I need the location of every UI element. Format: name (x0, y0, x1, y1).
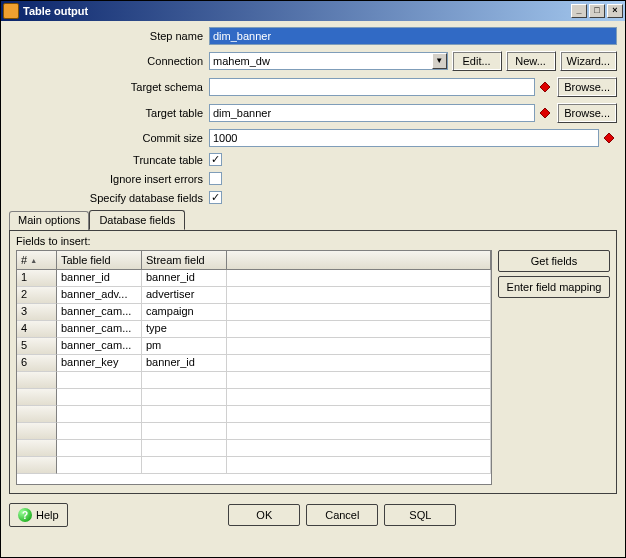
cell-stream-field (142, 389, 227, 406)
target-schema-input[interactable] (209, 78, 535, 96)
specify-db-fields-label: Specify database fields (9, 192, 209, 204)
cell-stream-field (142, 423, 227, 440)
column-header-num[interactable]: #▲ (17, 251, 57, 269)
connection-select[interactable]: mahem_dw ▼ (209, 52, 448, 70)
cell-spacer (227, 389, 491, 406)
connection-label: Connection (9, 55, 209, 67)
connection-new-button[interactable]: New... (506, 51, 556, 71)
fields-to-insert-label: Fields to insert: (16, 235, 610, 247)
cell-spacer (227, 304, 491, 321)
commit-size-label: Commit size (9, 132, 209, 144)
cell-stream-field (142, 457, 227, 474)
maximize-button[interactable]: □ (589, 4, 605, 18)
titlebar: Table output _ □ × (1, 1, 625, 21)
target-schema-browse-button[interactable]: Browse... (557, 77, 617, 97)
get-fields-button[interactable]: Get fields (498, 250, 610, 272)
connection-wizard-button[interactable]: Wizard... (560, 51, 617, 71)
table-row[interactable]: 4banner_cam...type (17, 321, 491, 338)
cell-stream-field (142, 372, 227, 389)
cell-num (17, 406, 57, 423)
cell-num (17, 440, 57, 457)
cell-spacer (227, 270, 491, 287)
svg-marker-1 (540, 108, 550, 118)
table-row[interactable]: 1banner_idbanner_id (17, 270, 491, 287)
cell-spacer (227, 423, 491, 440)
cell-spacer (227, 457, 491, 474)
specify-db-fields-checkbox[interactable]: ✓ (209, 191, 222, 204)
table-row[interactable] (17, 389, 491, 406)
cell-spacer (227, 372, 491, 389)
connection-edit-button[interactable]: Edit... (452, 51, 502, 71)
table-row[interactable]: 2banner_adv...advertiser (17, 287, 491, 304)
cell-table-field: banner_cam... (57, 321, 142, 338)
step-name-input[interactable] (209, 27, 617, 45)
cell-table-field: banner_key (57, 355, 142, 372)
cell-num: 6 (17, 355, 57, 372)
cell-stream-field: banner_id (142, 270, 227, 287)
tab-main-options[interactable]: Main options (9, 211, 89, 231)
target-schema-label: Target schema (9, 81, 209, 93)
cell-num: 1 (17, 270, 57, 287)
minimize-button[interactable]: _ (571, 4, 587, 18)
cancel-button[interactable]: Cancel (306, 504, 378, 526)
cell-table-field: banner_id (57, 270, 142, 287)
table-row[interactable] (17, 372, 491, 389)
target-table-input[interactable] (209, 104, 535, 122)
cell-spacer (227, 287, 491, 304)
cell-stream-field: type (142, 321, 227, 338)
cell-table-field (57, 423, 142, 440)
target-table-label: Target table (9, 107, 209, 119)
ignore-insert-errors-label: Ignore insert errors (9, 173, 209, 185)
tab-panel-database-fields: Fields to insert: #▲ Table field Stream … (9, 230, 617, 494)
cell-num (17, 423, 57, 440)
diamond-icon (539, 81, 551, 93)
cell-stream-field (142, 406, 227, 423)
cell-table-field (57, 372, 142, 389)
help-icon: ? (18, 508, 32, 522)
svg-marker-2 (604, 133, 614, 143)
table-row[interactable] (17, 457, 491, 474)
svg-marker-0 (540, 82, 550, 92)
cell-stream-field (142, 440, 227, 457)
table-row[interactable] (17, 440, 491, 457)
window-title: Table output (23, 5, 571, 17)
enter-field-mapping-button[interactable]: Enter field mapping (498, 276, 610, 298)
table-row[interactable] (17, 423, 491, 440)
help-label: Help (36, 509, 59, 521)
table-row[interactable]: 6banner_keybanner_id (17, 355, 491, 372)
cell-num: 3 (17, 304, 57, 321)
cell-stream-field: pm (142, 338, 227, 355)
ok-button[interactable]: OK (228, 504, 300, 526)
tab-database-fields[interactable]: Database fields (89, 210, 185, 230)
table-row[interactable]: 5banner_cam...pm (17, 338, 491, 355)
column-header-stream-field[interactable]: Stream field (142, 251, 227, 269)
column-header-table-field[interactable]: Table field (57, 251, 142, 269)
app-icon (3, 3, 19, 19)
sql-button[interactable]: SQL (384, 504, 456, 526)
fields-table[interactable]: #▲ Table field Stream field 1banner_idba… (16, 250, 492, 485)
table-row[interactable] (17, 406, 491, 423)
cell-spacer (227, 338, 491, 355)
cell-stream-field: campaign (142, 304, 227, 321)
cell-spacer (227, 355, 491, 372)
close-button[interactable]: × (607, 4, 623, 18)
diamond-icon (603, 132, 615, 144)
commit-size-input[interactable] (209, 129, 599, 147)
help-button[interactable]: ? Help (9, 503, 68, 527)
cell-table-field: banner_cam... (57, 338, 142, 355)
ignore-insert-errors-checkbox[interactable] (209, 172, 222, 185)
cell-stream-field: advertiser (142, 287, 227, 304)
chevron-down-icon[interactable]: ▼ (432, 53, 447, 69)
diamond-icon (539, 107, 551, 119)
cell-num (17, 389, 57, 406)
cell-spacer (227, 440, 491, 457)
table-row[interactable]: 3banner_cam...campaign (17, 304, 491, 321)
cell-num: 2 (17, 287, 57, 304)
truncate-table-checkbox[interactable]: ✓ (209, 153, 222, 166)
column-header-spacer (227, 251, 491, 269)
target-table-browse-button[interactable]: Browse... (557, 103, 617, 123)
cell-table-field (57, 389, 142, 406)
step-name-label: Step name (9, 30, 209, 42)
cell-table-field (57, 406, 142, 423)
cell-stream-field: banner_id (142, 355, 227, 372)
